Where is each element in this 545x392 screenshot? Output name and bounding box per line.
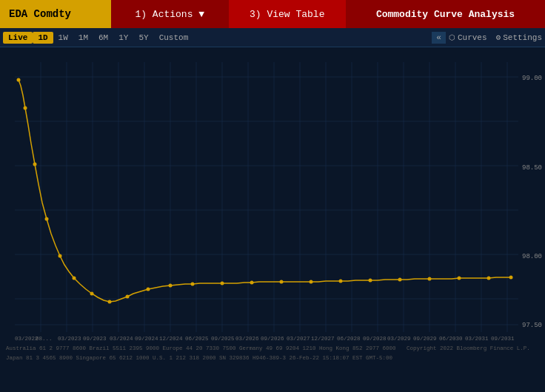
chart-svg: 99.00 98.50 98.00 97.50 03/2022 08... (0, 47, 545, 343)
curve-point (45, 217, 49, 221)
svg-text:06/2028: 06/2028 (337, 336, 361, 342)
curve-point (398, 278, 402, 282)
settings-button[interactable]: ⚙ Settings (496, 33, 542, 42)
time-btn-6m[interactable]: 6M (93, 32, 113, 44)
curve-point (58, 254, 62, 258)
svg-text:03/2031: 03/2031 (465, 336, 489, 342)
svg-text:08...: 08... (36, 336, 53, 342)
time-btn-1y[interactable]: 1Y (113, 32, 133, 44)
collapse-button[interactable]: « (432, 32, 446, 44)
footer-line1: Australia 61 2 9777 8600 Brazil 5511 239… (6, 345, 539, 353)
curve-point (24, 107, 27, 110)
svg-text:99.00: 99.00 (522, 75, 542, 82)
curve-point (191, 283, 195, 286)
curve-point (33, 163, 37, 166)
svg-text:09/2023: 09/2023 (83, 336, 107, 342)
svg-text:06/2025: 06/2025 (185, 336, 209, 342)
actions-button[interactable]: 1) Actions ▼ (111, 0, 229, 28)
svg-text:03/2027: 03/2027 (287, 336, 310, 342)
time-btn-custom[interactable]: Custom (154, 32, 194, 44)
curve-point (108, 300, 112, 304)
curve-point (487, 277, 491, 280)
time-btn-live[interactable]: Live (3, 32, 33, 44)
instrument-title: EDA Comdty (0, 0, 111, 28)
curve-point (126, 295, 130, 299)
curves-button[interactable]: ⬡ Curves (449, 33, 487, 42)
curve-point (369, 279, 372, 283)
curve-point (458, 277, 461, 280)
svg-text:09/2024: 09/2024 (135, 336, 158, 342)
svg-text:03/2022: 03/2022 (15, 336, 39, 342)
commodity-label: Commodity Curve Analysis (376, 9, 515, 20)
footer: Australia 61 2 9777 8600 Brazil 5511 239… (0, 343, 545, 371)
curve-point (428, 277, 432, 281)
curve-point (221, 282, 224, 285)
svg-text:03/2029: 03/2029 (387, 336, 411, 342)
svg-text:06/2030: 06/2030 (439, 336, 463, 342)
svg-text:09/2029: 09/2029 (413, 336, 437, 342)
curves-icon: ⬡ (449, 33, 455, 42)
svg-text:98.00: 98.00 (522, 253, 542, 260)
curve-point (280, 280, 284, 284)
svg-text:12/2024: 12/2024 (159, 336, 183, 342)
curve-point (147, 288, 150, 291)
chart-area: ● Eurodollar, 3Mo : CME : Last Price : 2… (0, 47, 545, 343)
settings-label: Settings (503, 33, 542, 42)
toolbar-right: « ⬡ Curves ⚙ Settings (432, 32, 542, 44)
toolbar: Live 1D 1W 1M 6M 1Y 5Y Custom « ⬡ Curves… (0, 28, 545, 47)
time-btn-5y[interactable]: 5Y (133, 32, 153, 44)
curve-point (250, 281, 254, 285)
curve-point (90, 292, 94, 296)
svg-text:09/2026: 09/2026 (261, 336, 284, 342)
time-btn-1w[interactable]: 1W (53, 32, 73, 44)
svg-text:98.50: 98.50 (522, 164, 542, 172)
svg-text:97.50: 97.50 (522, 322, 542, 329)
time-btn-1d[interactable]: 1D (33, 32, 53, 44)
curve-point (17, 78, 21, 82)
curve-point (310, 280, 313, 284)
svg-text:12/2027: 12/2027 (311, 336, 335, 342)
svg-text:09/2025: 09/2025 (211, 336, 235, 342)
curve-point (509, 276, 513, 280)
svg-text:03/2026: 03/2026 (235, 336, 259, 342)
svg-text:03/2024: 03/2024 (110, 336, 133, 342)
curve-point (339, 280, 343, 283)
svg-text:09/2028: 09/2028 (363, 336, 387, 342)
actions-label: 1) Actions ▼ (135, 9, 204, 20)
time-btn-1m[interactable]: 1M (73, 32, 93, 44)
curves-label: Curves (458, 33, 487, 42)
footer-line2: Japan 81 3 4565 8900 Singapore 65 6212 1… (6, 354, 539, 362)
commodity-title: Commodity Curve Analysis (346, 0, 545, 28)
curve-point (169, 284, 173, 288)
settings-icon: ⚙ (496, 33, 501, 42)
svg-text:03/2023: 03/2023 (58, 336, 81, 342)
header-bar: EDA Comdty 1) Actions ▼ 3) View Table Co… (0, 0, 545, 28)
curve-point (73, 277, 76, 280)
view-table-label: 3) View Table (250, 9, 324, 20)
instrument-name: EDA Comdty (9, 8, 71, 20)
svg-text:09/2031: 09/2031 (491, 336, 515, 342)
view-table-button[interactable]: 3) View Table (229, 0, 347, 28)
